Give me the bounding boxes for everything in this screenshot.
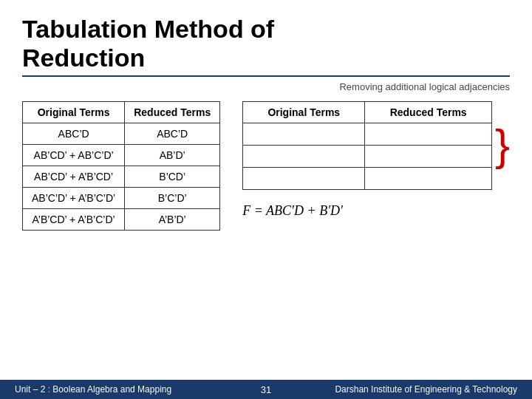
title-section: Tabulation Method of Reduction Removing … (22, 15, 510, 92)
title-line2: Reduction (22, 44, 145, 72)
content-area: Original Terms Reduced Terms ABC’DABC’DA… (22, 101, 510, 231)
table-cell: AB’CD’ + AB’C’D’ (23, 145, 125, 166)
table-cell: ABC’D (23, 123, 125, 145)
table-cell: AB’D’ (125, 145, 220, 166)
right-cell-1-1 (243, 123, 365, 146)
table-row (243, 123, 492, 146)
table-cell: AB’C’D’ + A’B’C’D’ (23, 188, 125, 209)
table-row: ABC’DABC’D (23, 123, 220, 145)
formula-text: F = ABC′D + B′D′ (242, 203, 343, 218)
right-section: Original Terms Reduced Terms (242, 101, 510, 219)
table-row: AB’CD’ + A’B’CD’B’CD’ (23, 166, 220, 188)
left-col-reduced: Reduced Terms (125, 102, 220, 123)
right-cell-3-1 (243, 168, 365, 190)
right-cell-2-2 (365, 146, 492, 168)
title-line1: Tabulation Method of (22, 15, 274, 43)
bottom-left: Unit – 2 : Boolean Algebra and Mapping (15, 384, 171, 395)
table-cell: A’B’CD’ + A’B’C’D’ (23, 209, 125, 231)
bottom-center: 31 (261, 384, 271, 395)
table-cell: B’C’D’ (125, 188, 220, 209)
table-cell: B’CD’ (125, 166, 220, 188)
table-row (243, 168, 492, 190)
table-cell: ABC’D (125, 123, 220, 145)
left-col-original: Original Terms (23, 102, 125, 123)
right-brace: } (495, 123, 510, 168)
table-cell: A’B’D’ (125, 209, 220, 231)
right-cell-2-1 (243, 146, 365, 168)
right-col-original: Original Terms (243, 102, 365, 123)
table-row: A’B’CD’ + A’B’C’D’A’B’D’ (23, 209, 220, 231)
title-underline (22, 75, 510, 77)
formula-section: F = ABC′D + B′D′ (242, 203, 510, 219)
subtitle: Removing additional logical adjacencies (22, 81, 510, 92)
right-col-reduced: Reduced Terms (365, 102, 492, 123)
table-row: AB’CD’ + AB’C’D’AB’D’ (23, 145, 220, 166)
page: Tabulation Method of Reduction Removing … (0, 0, 532, 399)
right-cell-3-2 (365, 168, 492, 190)
right-reduction-table: Original Terms Reduced Terms (242, 101, 492, 190)
table-row (243, 146, 492, 168)
table-cell: AB’CD’ + A’B’CD’ (23, 166, 125, 188)
right-cell-1-2 (365, 123, 492, 146)
right-table-wrapper: Original Terms Reduced Terms (242, 101, 510, 190)
left-reduction-table: Original Terms Reduced Terms ABC’DABC’DA… (22, 101, 220, 231)
table-row: AB’C’D’ + A’B’C’D’B’C’D’ (23, 188, 220, 209)
bottom-right: Darshan Institute of Engineering & Techn… (335, 384, 517, 395)
left-table-wrapper: Original Terms Reduced Terms ABC’DABC’DA… (22, 101, 220, 231)
bottom-bar: Unit – 2 : Boolean Algebra and Mapping 3… (0, 380, 532, 399)
main-title: Tabulation Method of Reduction (22, 15, 510, 72)
